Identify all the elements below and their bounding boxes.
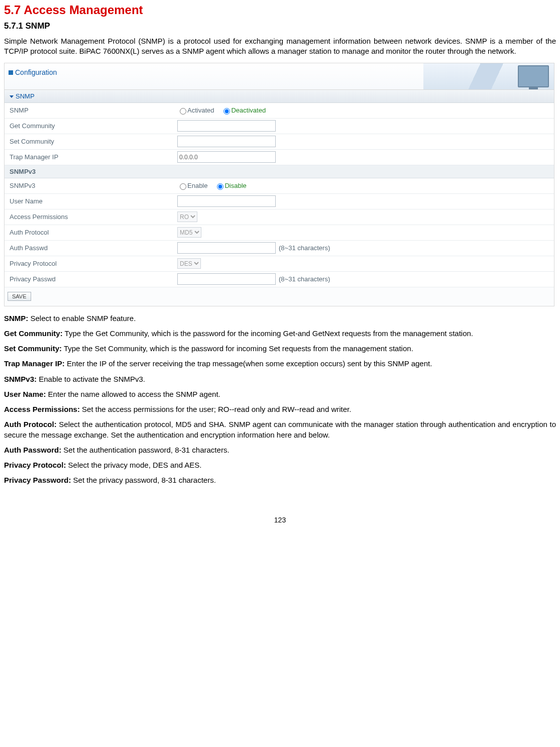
config-title-icon — [9, 70, 13, 75]
label-user-name: User Name — [5, 195, 175, 207]
panel-title-bar: SNMP — [5, 90, 554, 103]
row-get-community: Get Community — [5, 119, 554, 134]
select-auth-protocol[interactable]: MD5 — [177, 227, 201, 238]
config-header: Configuration — [5, 63, 554, 90]
label-snmpv3: SNMPv3 — [5, 179, 175, 192]
chevron-down-icon — [10, 95, 14, 98]
label-trap-ip: Trap Manager IP — [5, 151, 175, 163]
label-get-community: Get Community — [5, 120, 175, 132]
input-user-name[interactable] — [177, 195, 276, 207]
row-auth-protocol: Auth Protocol MD5 — [5, 225, 554, 241]
radio-snmp-activated[interactable]: Activated — [177, 106, 214, 115]
row-snmpv3: SNMPv3 Enable Disable — [5, 178, 554, 194]
hint-auth-passwd: (8~31 characters) — [279, 244, 330, 252]
row-auth-passwd: Auth Passwd (8~31 characters) — [5, 241, 554, 256]
config-title-text: Configuration — [15, 68, 57, 76]
hint-privacy-passwd: (8~31 characters) — [279, 275, 330, 283]
config-screenshot: Configuration SNMP SNMP Activated Deacti… — [4, 63, 554, 306]
radio-snmp-deactivated[interactable]: Deactivated — [221, 106, 266, 115]
label-privacy-passwd: Privacy Passwd — [5, 273, 175, 285]
desc-set-community: Set Community: Type the Set Community, w… — [4, 344, 556, 354]
desc-auth-password: Auth Password: Set the authentication pa… — [4, 445, 556, 455]
row-privacy-protocol: Privacy Protocol DES — [5, 256, 554, 272]
label-access-permissions: Access Permissions — [5, 210, 175, 223]
input-auth-passwd[interactable] — [177, 242, 276, 254]
desc-snmp: SNMP: Select to enable SNMP feature. — [4, 313, 556, 324]
row-snmp: SNMP Activated Deactivated — [5, 103, 554, 119]
desc-get-community: Get Community: Type the Get Community, w… — [4, 329, 556, 339]
desc-auth-protocol: Auth Protocol: Select the authentication… — [4, 419, 556, 440]
subsection-heading: 5.7.1 SNMP — [4, 21, 556, 31]
intro-paragraph: Simple Network Management Protocol (SNMP… — [4, 36, 556, 57]
save-row: SAVE — [5, 287, 554, 306]
label-set-community: Set Community — [5, 135, 175, 148]
row-privacy-passwd: Privacy Passwd (8~31 characters) — [5, 272, 554, 287]
select-access-permissions[interactable]: RO — [177, 211, 197, 222]
input-get-community[interactable] — [177, 120, 276, 132]
desc-trap-ip: Trap Manager IP: Enter the IP of the ser… — [4, 359, 556, 369]
row-access-permissions: Access Permissions RO — [5, 209, 554, 225]
subhead-snmpv3: SNMPv3 — [5, 165, 554, 178]
radio-snmpv3-disable[interactable]: Disable — [214, 182, 246, 190]
section-heading: 5.7 Access Management — [4, 3, 556, 17]
radio-snmpv3-enable[interactable]: Enable — [177, 182, 207, 190]
panel-title: SNMP — [16, 92, 35, 100]
input-privacy-passwd[interactable] — [177, 273, 276, 285]
desc-privacy-password: Privacy Password: Set the privacy passwo… — [4, 475, 556, 485]
select-privacy-protocol[interactable]: DES — [177, 258, 201, 269]
desc-access-permissions: Access Permissions: Set the access permi… — [4, 404, 556, 414]
save-button[interactable]: SAVE — [8, 292, 31, 301]
desc-snmpv3: SNMPv3: Enable to activate the SNMPv3. — [4, 374, 556, 384]
header-art — [423, 63, 554, 89]
desc-privacy-protocol: Privacy Protocol: Select the privacy mod… — [4, 460, 556, 470]
row-trap-ip: Trap Manager IP — [5, 150, 554, 165]
label-auth-protocol: Auth Protocol — [5, 226, 175, 239]
label-privacy-protocol: Privacy Protocol — [5, 257, 175, 270]
row-set-community: Set Community — [5, 134, 554, 150]
desc-user-name: User Name: Enter the name allowed to acc… — [4, 389, 556, 399]
label-snmp: SNMP — [5, 104, 175, 117]
monitor-icon — [518, 65, 549, 87]
input-trap-ip[interactable] — [177, 151, 276, 163]
config-title: Configuration — [9, 68, 57, 76]
row-user-name: User Name — [5, 194, 554, 209]
page-number: 123 — [4, 516, 556, 524]
input-set-community[interactable] — [177, 136, 276, 147]
label-auth-passwd: Auth Passwd — [5, 242, 175, 254]
